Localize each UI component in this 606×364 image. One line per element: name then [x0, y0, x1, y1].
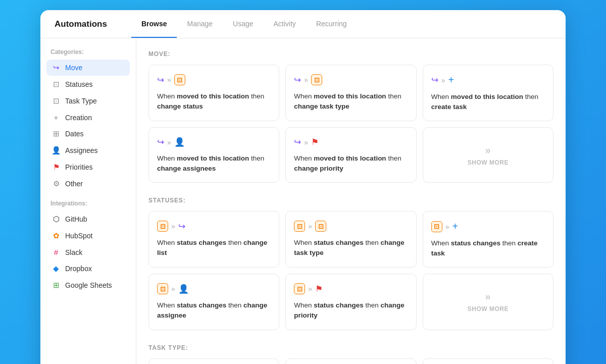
- chevron-icon: »: [171, 285, 175, 293]
- assignee-icon: 👤: [178, 284, 189, 294]
- card-text: When moved to this location then change …: [157, 91, 271, 111]
- tab-browse[interactable]: Browse: [131, 11, 177, 38]
- show-more-arrows: »: [485, 144, 491, 156]
- chevron-icon: »: [304, 138, 308, 146]
- sidebar-item-priorities[interactable]: ⚑ Priorities: [46, 159, 130, 175]
- card-status-list[interactable]: ⊡ » ↪ When status changes then change li…: [148, 211, 279, 268]
- chevron-icon: »: [167, 76, 171, 84]
- card-move-priority[interactable]: ↪ » ⚑ When moved to this location then c…: [285, 127, 416, 183]
- chevron-icon: »: [445, 223, 449, 231]
- assignees-icon: 👤: [52, 146, 61, 155]
- tab-activity[interactable]: Activity: [264, 11, 306, 38]
- dates-icon: ⊞: [52, 129, 61, 138]
- statuses-grid: ⊡ » ↪ When status changes then change li…: [148, 211, 553, 330]
- card-text: When moved to this location then change …: [294, 91, 408, 111]
- card-icons: ⊡ » ↪: [157, 221, 271, 232]
- tab-usage[interactable]: Usage: [223, 11, 263, 38]
- app-title: Automations: [55, 19, 107, 29]
- card-tasktype-change[interactable]: ⊡ » ⊡ When task type changes then change: [285, 358, 416, 365]
- sidebar-item-statuses[interactable]: ⊡ Statuses: [46, 76, 130, 92]
- flag-icon: ⚑: [311, 137, 319, 147]
- card-move-assignee[interactable]: ↪ » 👤 When moved to this location then c…: [148, 127, 279, 183]
- gsheets-icon: ⊞: [52, 281, 61, 290]
- status-from-icon: ⊡: [157, 283, 168, 294]
- chevron-icon: »: [441, 76, 445, 84]
- sidebar-item-gsheets[interactable]: ⊞ Google Sheets: [46, 277, 130, 293]
- card-text: When status changes then change list: [157, 238, 271, 257]
- sidebar-creation-label: Creation: [65, 114, 92, 122]
- card-text: When moved to this location then create …: [431, 92, 545, 112]
- card-tasktype-create[interactable]: ⊡ » + When task type changes then create…: [423, 358, 553, 365]
- show-more-label: SHOW MORE: [468, 305, 509, 313]
- sidebar-item-dropbox[interactable]: ◆ Dropbox: [46, 261, 130, 277]
- arrow-icon: ↪: [157, 137, 164, 147]
- chevron-icon: »: [308, 285, 312, 293]
- sidebar-statuses-label: Statuses: [65, 80, 92, 88]
- sidebar-item-move[interactable]: ↪ Move: [46, 60, 130, 76]
- status-from-icon: ⊡: [294, 283, 305, 294]
- priorities-icon: ⚑: [52, 163, 61, 172]
- status-from-icon: ⊡: [294, 221, 305, 232]
- section-title-statuses: STATUSES:: [148, 197, 553, 204]
- sidebar-item-dates[interactable]: ⊞ Dates: [46, 126, 130, 142]
- sidebar-item-slack[interactable]: # Slack: [46, 244, 130, 260]
- arrow-icon: ↪: [294, 137, 301, 147]
- card-status-tasktype[interactable]: ⊡ » ⊡ When status changes then change ta…: [285, 211, 416, 268]
- sidebar-item-github[interactable]: ⬡ GitHub: [46, 211, 130, 227]
- other-icon: ⚙: [52, 179, 61, 188]
- list-icon: ↪: [178, 221, 185, 232]
- tasktype-grid: ⊡ » ↪ When task type changes then change…: [148, 358, 553, 365]
- chevron-icon: »: [171, 222, 175, 230]
- sidebar: Categories: ↪ Move ⊡ Statuses ⊡ Task Typ…: [40, 38, 136, 364]
- status-from-icon: ⊡: [157, 221, 168, 232]
- card-status-create[interactable]: ⊡ » + When status changes then create ta…: [423, 211, 553, 268]
- arrow-icon: ↪: [431, 75, 438, 85]
- move-show-more[interactable]: » SHOW MORE: [423, 127, 553, 183]
- sidebar-other-label: Other: [65, 180, 83, 188]
- dropbox-icon: ◆: [52, 264, 61, 273]
- card-text: When status changes then create task: [431, 238, 545, 258]
- card-move-status[interactable]: ↪ » ⊡ When moved to this location then c…: [148, 65, 279, 121]
- sidebar-item-hubspot[interactable]: ✿ HubSpot: [46, 228, 130, 244]
- tab-manage[interactable]: Manage: [177, 11, 223, 38]
- sidebar-item-tasktype[interactable]: ⊡ Task Type: [46, 93, 130, 109]
- sidebar-priorities-label: Priorities: [65, 163, 92, 171]
- card-icons: ↪ » ⚑: [294, 137, 408, 147]
- status-show-more[interactable]: » SHOW MORE: [423, 274, 553, 330]
- sidebar-item-creation[interactable]: + Creation: [46, 110, 130, 125]
- app-container: Automations Browse Manage Usage Activity…: [40, 10, 566, 364]
- creation-icon: +: [52, 113, 61, 122]
- plus-icon: +: [452, 221, 458, 232]
- move-icon: ↪: [52, 63, 61, 72]
- sidebar-hubspot-label: HubSpot: [65, 232, 92, 240]
- card-icons: ↪ » 👤: [157, 137, 271, 147]
- card-status-assignee[interactable]: ⊡ » 👤 When status changes then change as…: [148, 274, 279, 330]
- tasktype-icon: ⊡: [311, 74, 322, 85]
- card-icons: ⊡ » ⊡: [294, 221, 408, 232]
- plus-icon: +: [448, 74, 454, 86]
- sidebar-item-assignees[interactable]: 👤 Assignees: [46, 142, 130, 159]
- tasktype-icon: ⊡: [52, 96, 61, 106]
- arrow-icon: ↪: [157, 75, 164, 85]
- card-move-tasktype[interactable]: ↪ » ⊡ When moved to this location then c…: [285, 65, 416, 121]
- header: Automations Browse Manage Usage Activity…: [40, 10, 566, 38]
- card-tasktype-list[interactable]: ⊡ » ↪ When task type changes then change…: [148, 358, 279, 365]
- card-status-priority[interactable]: ⊡ » ⚑ When status changes then change pr…: [285, 274, 416, 330]
- sidebar-slack-label: Slack: [65, 248, 82, 256]
- section-title-tasktype: TASK TYPE:: [148, 344, 553, 351]
- status-from-icon: ⊡: [431, 221, 442, 232]
- assignee-icon: 👤: [174, 137, 185, 147]
- card-move-create[interactable]: ↪ » + When moved to this location then c…: [423, 65, 553, 121]
- slack-icon: #: [52, 248, 61, 256]
- flag-icon: ⚑: [315, 284, 323, 294]
- card-icons: ↪ » +: [431, 74, 545, 86]
- github-icon: ⬡: [52, 215, 61, 224]
- tab-recurring[interactable]: Recurring: [306, 11, 357, 38]
- sidebar-item-other[interactable]: ⚙ Other: [46, 176, 130, 192]
- sidebar-assignees-label: Assignees: [65, 146, 98, 154]
- hubspot-icon: ✿: [52, 231, 61, 240]
- card-icons: ↪ » ⊡: [157, 74, 271, 85]
- card-text: When status changes then change priority: [294, 300, 408, 320]
- card-text: When moved to this location then change …: [157, 153, 271, 173]
- sidebar-gsheets-label: Google Sheets: [65, 281, 112, 289]
